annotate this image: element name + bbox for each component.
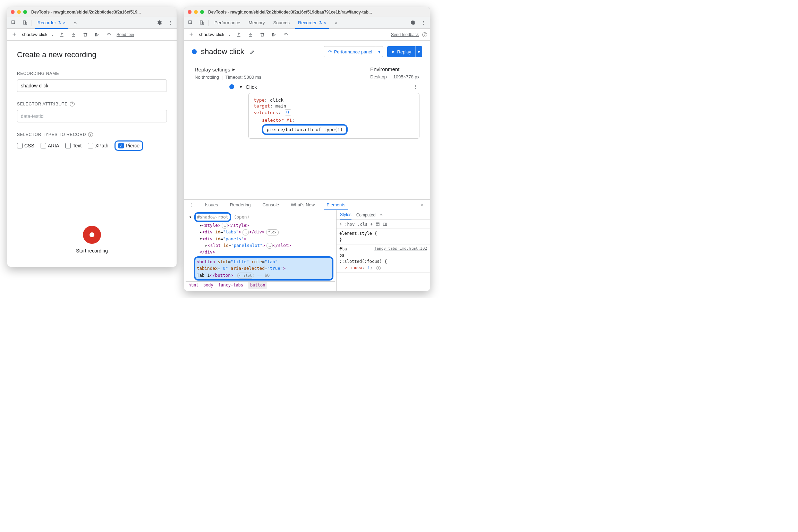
inspect-icon[interactable] <box>186 19 195 27</box>
close-tab-icon[interactable]: × <box>63 20 66 25</box>
breadcrumb[interactable]: html body fancy-tabs button <box>186 281 335 289</box>
checkbox-text[interactable]: Text <box>65 143 82 148</box>
filter-input[interactable]: F <box>339 222 342 227</box>
slow-replay-icon[interactable] <box>105 31 113 39</box>
play-step-icon[interactable] <box>270 31 278 39</box>
elements-tree[interactable]: ▾ #shadow-root (open) ▸<style>…</style> … <box>184 210 336 291</box>
export-icon[interactable] <box>58 31 66 39</box>
slow-replay-icon[interactable] <box>282 31 290 39</box>
maximize-window-icon[interactable] <box>23 10 27 14</box>
settings-icon[interactable] <box>408 19 417 27</box>
crumb-button[interactable]: button <box>248 282 267 289</box>
performance-panel-button[interactable]: Performance panel <box>324 46 376 57</box>
delete-icon[interactable] <box>258 31 266 39</box>
drawer-menu-icon[interactable]: ⋮ <box>188 201 196 209</box>
new-recording-icon[interactable]: + <box>10 31 18 39</box>
export-icon[interactable] <box>235 31 243 39</box>
close-tab-icon[interactable]: × <box>324 20 326 25</box>
tab-whats-new[interactable]: What's New <box>288 200 317 210</box>
flex-badge[interactable]: flex <box>266 229 279 235</box>
help-icon[interactable]: ? <box>422 32 427 37</box>
help-icon[interactable]: ? <box>70 102 75 106</box>
checkbox-aria[interactable]: ARIA <box>41 143 59 148</box>
kebab-menu-icon[interactable]: ⋮ <box>419 19 428 27</box>
inspect-icon[interactable] <box>9 19 18 27</box>
import-icon[interactable] <box>69 31 78 39</box>
toggle-sidebar-icon[interactable] <box>383 222 387 226</box>
play-step-icon[interactable] <box>93 31 101 39</box>
tab-rendering[interactable]: Rendering <box>227 200 254 210</box>
slot-badge[interactable]: ↪ slot <box>237 273 254 279</box>
replay-button[interactable]: Replay <box>387 46 416 57</box>
edit-title-icon[interactable] <box>248 48 257 56</box>
tab-performance[interactable]: Performance <box>212 17 243 28</box>
replay-dropdown[interactable]: ▾ <box>416 46 422 57</box>
tab-console[interactable]: Console <box>260 200 282 210</box>
computed-styles-icon[interactable] <box>375 222 380 226</box>
tab-memory[interactable]: Memory <box>246 17 268 28</box>
more-tabs-icon[interactable]: » <box>71 19 79 27</box>
minimize-window-icon[interactable] <box>17 10 21 14</box>
info-icon[interactable]: i <box>376 266 381 270</box>
recording-name-input[interactable] <box>17 79 167 92</box>
record-icon[interactable] <box>83 226 101 244</box>
selector-value-highlight[interactable]: pierce/button:nth-of-type(1) <box>262 124 348 135</box>
device-toolbar-icon[interactable] <box>20 19 29 27</box>
pick-element-icon[interactable] <box>285 109 291 115</box>
tab-recorder[interactable]: Recorder ⚗︎ × <box>295 17 329 29</box>
crumb-fancy-tabs[interactable]: fancy-tabs <box>218 282 243 289</box>
styles-filter-bar: F :hov .cls + <box>337 220 430 229</box>
replay-settings-header[interactable]: Replay settings▸ <box>195 66 261 72</box>
maximize-window-icon[interactable] <box>200 10 204 14</box>
perf-panel-dropdown[interactable]: ▾ <box>376 46 383 57</box>
rule-source-link[interactable]: fancy-tabs-…mo.html:302 <box>374 246 427 252</box>
new-recording-icon[interactable]: + <box>187 31 195 39</box>
device-toolbar-icon[interactable] <box>197 19 206 27</box>
window-title: DevTools - rawgit.com/ebidel/2d2bb0cdec3… <box>31 10 141 15</box>
panel-tabs: Performance Memory Sources Recorder ⚗︎ ×… <box>184 17 430 29</box>
hov-button[interactable]: :hov <box>345 222 355 227</box>
crumb-html[interactable]: html <box>188 282 198 289</box>
chevron-down-icon[interactable]: ⌄ <box>228 32 231 37</box>
close-window-icon[interactable] <box>188 10 192 14</box>
selector-attr-input[interactable] <box>17 110 167 122</box>
delete-icon[interactable] <box>81 31 90 39</box>
close-window-icon[interactable] <box>11 10 15 14</box>
checkbox-xpath[interactable]: XPath <box>88 143 108 148</box>
recording-name-label: RECORDING NAME <box>17 71 167 76</box>
settings-icon[interactable] <box>155 19 163 27</box>
settings-row: Replay settings▸ No throttling | Timeout… <box>184 60 430 81</box>
selector-types-row: CSS ARIA Text XPath ✓Pierce <box>17 140 167 151</box>
tab-computed[interactable]: Computed <box>356 213 375 217</box>
drawer-body: ▾ #shadow-root (open) ▸<style>…</style> … <box>184 210 430 291</box>
checkbox-pierce[interactable]: ✓Pierce <box>118 143 139 148</box>
new-rule-icon[interactable]: + <box>370 222 373 227</box>
minimize-window-icon[interactable] <box>194 10 198 14</box>
kebab-menu-icon[interactable]: ⋮ <box>166 19 175 27</box>
send-feedback-link[interactable]: Send feedback <box>391 32 419 37</box>
tab-issues[interactable]: Issues <box>202 200 221 210</box>
help-icon[interactable]: ? <box>88 132 93 137</box>
chevron-down-icon[interactable]: ⌄ <box>51 32 54 37</box>
import-icon[interactable] <box>246 31 255 39</box>
more-tabs-icon[interactable]: » <box>332 19 340 27</box>
checkbox-css[interactable]: CSS <box>17 143 34 148</box>
send-feedback-link[interactable]: Send feedback <box>117 32 134 37</box>
step-menu-icon[interactable]: ⋮ <box>411 83 419 91</box>
step-header[interactable]: ▾ Click ⋮ <box>195 83 419 91</box>
element-style-rule[interactable]: element.style { } <box>337 229 430 244</box>
tab-elements[interactable]: Elements <box>324 200 348 210</box>
tab-recorder[interactable]: Recorder ⚗︎ × <box>35 17 68 29</box>
recording-name[interactable]: shadow click <box>199 32 224 37</box>
recording-name[interactable]: shadow click <box>22 32 48 37</box>
tab-sources[interactable]: Sources <box>270 17 292 28</box>
flask-icon: ⚗︎ <box>319 20 322 25</box>
replay-settings-values: No throttling | Timeout: 5000 ms <box>195 75 261 80</box>
crumb-body[interactable]: body <box>203 282 213 289</box>
css-rule[interactable]: fancy-tabs-…mo.html:302 #tabs ::slotted(… <box>337 244 430 273</box>
cls-button[interactable]: .cls <box>357 222 367 227</box>
more-tabs-icon[interactable]: » <box>380 213 383 217</box>
close-drawer-icon[interactable]: × <box>418 201 426 209</box>
pierce-highlight: ✓Pierce <box>114 140 143 151</box>
tab-styles[interactable]: Styles <box>340 210 351 220</box>
